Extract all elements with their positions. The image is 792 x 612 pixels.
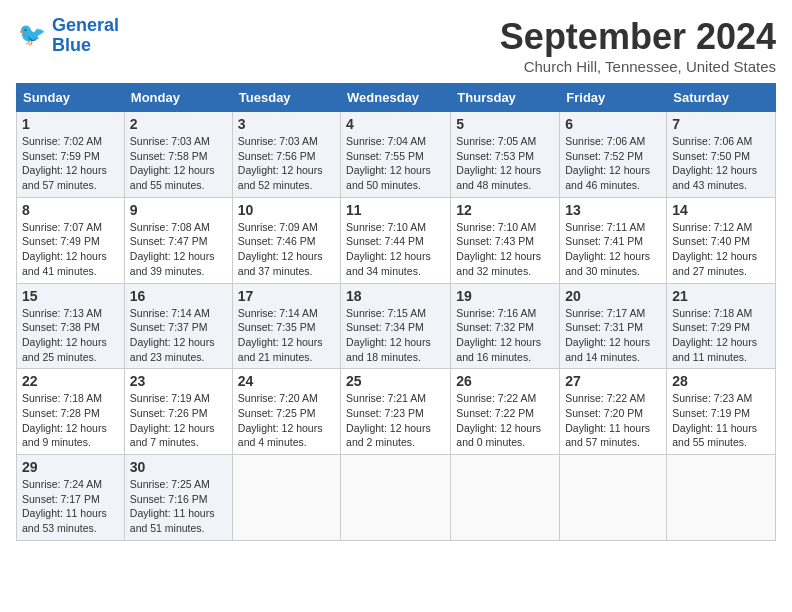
day-info: Sunrise: 7:15 AMSunset: 7:34 PMDaylight:… (346, 306, 445, 365)
day-number: 2 (130, 116, 227, 132)
day-info: Sunrise: 7:06 AMSunset: 7:50 PMDaylight:… (672, 134, 770, 193)
day-number: 3 (238, 116, 335, 132)
day-number: 4 (346, 116, 445, 132)
calendar-cell: 2Sunrise: 7:03 AMSunset: 7:58 PMDaylight… (124, 112, 232, 198)
calendar-cell: 15Sunrise: 7:13 AMSunset: 7:38 PMDayligh… (17, 283, 125, 369)
day-info: Sunrise: 7:25 AMSunset: 7:16 PMDaylight:… (130, 477, 227, 536)
calendar-cell: 1Sunrise: 7:02 AMSunset: 7:59 PMDaylight… (17, 112, 125, 198)
day-info: Sunrise: 7:06 AMSunset: 7:52 PMDaylight:… (565, 134, 661, 193)
calendar-cell (560, 455, 667, 541)
calendar-cell (451, 455, 560, 541)
day-number: 11 (346, 202, 445, 218)
day-info: Sunrise: 7:10 AMSunset: 7:44 PMDaylight:… (346, 220, 445, 279)
calendar-cell: 25Sunrise: 7:21 AMSunset: 7:23 PMDayligh… (341, 369, 451, 455)
day-info: Sunrise: 7:21 AMSunset: 7:23 PMDaylight:… (346, 391, 445, 450)
logo: 🐦 General Blue (16, 16, 119, 56)
logo-text: General Blue (52, 16, 119, 56)
calendar-cell: 18Sunrise: 7:15 AMSunset: 7:34 PMDayligh… (341, 283, 451, 369)
day-number: 28 (672, 373, 770, 389)
day-number: 10 (238, 202, 335, 218)
day-number: 21 (672, 288, 770, 304)
page-header: 🐦 General Blue September 2024 Church Hil… (16, 16, 776, 75)
day-number: 8 (22, 202, 119, 218)
calendar-cell: 17Sunrise: 7:14 AMSunset: 7:35 PMDayligh… (232, 283, 340, 369)
header-cell-sunday: Sunday (17, 84, 125, 112)
day-info: Sunrise: 7:09 AMSunset: 7:46 PMDaylight:… (238, 220, 335, 279)
calendar-cell: 22Sunrise: 7:18 AMSunset: 7:28 PMDayligh… (17, 369, 125, 455)
day-info: Sunrise: 7:12 AMSunset: 7:40 PMDaylight:… (672, 220, 770, 279)
calendar-cell: 14Sunrise: 7:12 AMSunset: 7:40 PMDayligh… (667, 197, 776, 283)
day-info: Sunrise: 7:02 AMSunset: 7:59 PMDaylight:… (22, 134, 119, 193)
calendar-cell: 28Sunrise: 7:23 AMSunset: 7:19 PMDayligh… (667, 369, 776, 455)
day-number: 14 (672, 202, 770, 218)
day-info: Sunrise: 7:05 AMSunset: 7:53 PMDaylight:… (456, 134, 554, 193)
calendar-cell: 12Sunrise: 7:10 AMSunset: 7:43 PMDayligh… (451, 197, 560, 283)
calendar-cell: 6Sunrise: 7:06 AMSunset: 7:52 PMDaylight… (560, 112, 667, 198)
calendar-cell: 16Sunrise: 7:14 AMSunset: 7:37 PMDayligh… (124, 283, 232, 369)
day-info: Sunrise: 7:04 AMSunset: 7:55 PMDaylight:… (346, 134, 445, 193)
svg-text:🐦: 🐦 (18, 21, 46, 48)
calendar-cell: 30Sunrise: 7:25 AMSunset: 7:16 PMDayligh… (124, 455, 232, 541)
week-row-5: 29Sunrise: 7:24 AMSunset: 7:17 PMDayligh… (17, 455, 776, 541)
day-info: Sunrise: 7:20 AMSunset: 7:25 PMDaylight:… (238, 391, 335, 450)
day-number: 13 (565, 202, 661, 218)
day-info: Sunrise: 7:22 AMSunset: 7:22 PMDaylight:… (456, 391, 554, 450)
day-number: 9 (130, 202, 227, 218)
week-row-3: 15Sunrise: 7:13 AMSunset: 7:38 PMDayligh… (17, 283, 776, 369)
day-number: 16 (130, 288, 227, 304)
calendar-cell: 23Sunrise: 7:19 AMSunset: 7:26 PMDayligh… (124, 369, 232, 455)
day-info: Sunrise: 7:08 AMSunset: 7:47 PMDaylight:… (130, 220, 227, 279)
day-number: 1 (22, 116, 119, 132)
calendar-cell (341, 455, 451, 541)
title-area: September 2024 Church Hill, Tennessee, U… (500, 16, 776, 75)
day-info: Sunrise: 7:17 AMSunset: 7:31 PMDaylight:… (565, 306, 661, 365)
calendar-cell: 11Sunrise: 7:10 AMSunset: 7:44 PMDayligh… (341, 197, 451, 283)
header-cell-thursday: Thursday (451, 84, 560, 112)
header-cell-monday: Monday (124, 84, 232, 112)
day-number: 30 (130, 459, 227, 475)
calendar-cell: 29Sunrise: 7:24 AMSunset: 7:17 PMDayligh… (17, 455, 125, 541)
calendar-cell: 5Sunrise: 7:05 AMSunset: 7:53 PMDaylight… (451, 112, 560, 198)
day-number: 19 (456, 288, 554, 304)
header-cell-wednesday: Wednesday (341, 84, 451, 112)
day-info: Sunrise: 7:11 AMSunset: 7:41 PMDaylight:… (565, 220, 661, 279)
header-cell-tuesday: Tuesday (232, 84, 340, 112)
week-row-2: 8Sunrise: 7:07 AMSunset: 7:49 PMDaylight… (17, 197, 776, 283)
day-info: Sunrise: 7:14 AMSunset: 7:37 PMDaylight:… (130, 306, 227, 365)
calendar-cell: 20Sunrise: 7:17 AMSunset: 7:31 PMDayligh… (560, 283, 667, 369)
day-number: 26 (456, 373, 554, 389)
day-number: 24 (238, 373, 335, 389)
day-info: Sunrise: 7:18 AMSunset: 7:29 PMDaylight:… (672, 306, 770, 365)
day-info: Sunrise: 7:13 AMSunset: 7:38 PMDaylight:… (22, 306, 119, 365)
calendar-cell: 26Sunrise: 7:22 AMSunset: 7:22 PMDayligh… (451, 369, 560, 455)
week-row-1: 1Sunrise: 7:02 AMSunset: 7:59 PMDaylight… (17, 112, 776, 198)
day-number: 7 (672, 116, 770, 132)
calendar-cell: 4Sunrise: 7:04 AMSunset: 7:55 PMDaylight… (341, 112, 451, 198)
calendar-cell: 3Sunrise: 7:03 AMSunset: 7:56 PMDaylight… (232, 112, 340, 198)
day-number: 27 (565, 373, 661, 389)
day-number: 29 (22, 459, 119, 475)
day-number: 25 (346, 373, 445, 389)
day-info: Sunrise: 7:16 AMSunset: 7:32 PMDaylight:… (456, 306, 554, 365)
calendar-cell: 19Sunrise: 7:16 AMSunset: 7:32 PMDayligh… (451, 283, 560, 369)
week-row-4: 22Sunrise: 7:18 AMSunset: 7:28 PMDayligh… (17, 369, 776, 455)
day-number: 17 (238, 288, 335, 304)
day-number: 6 (565, 116, 661, 132)
calendar-cell: 10Sunrise: 7:09 AMSunset: 7:46 PMDayligh… (232, 197, 340, 283)
day-number: 22 (22, 373, 119, 389)
day-number: 18 (346, 288, 445, 304)
day-info: Sunrise: 7:14 AMSunset: 7:35 PMDaylight:… (238, 306, 335, 365)
header-row: SundayMondayTuesdayWednesdayThursdayFrid… (17, 84, 776, 112)
calendar-cell: 13Sunrise: 7:11 AMSunset: 7:41 PMDayligh… (560, 197, 667, 283)
day-info: Sunrise: 7:19 AMSunset: 7:26 PMDaylight:… (130, 391, 227, 450)
day-number: 12 (456, 202, 554, 218)
calendar-cell (232, 455, 340, 541)
calendar-cell: 8Sunrise: 7:07 AMSunset: 7:49 PMDaylight… (17, 197, 125, 283)
day-info: Sunrise: 7:18 AMSunset: 7:28 PMDaylight:… (22, 391, 119, 450)
day-number: 23 (130, 373, 227, 389)
day-number: 5 (456, 116, 554, 132)
calendar-cell: 9Sunrise: 7:08 AMSunset: 7:47 PMDaylight… (124, 197, 232, 283)
day-info: Sunrise: 7:03 AMSunset: 7:56 PMDaylight:… (238, 134, 335, 193)
day-info: Sunrise: 7:24 AMSunset: 7:17 PMDaylight:… (22, 477, 119, 536)
calendar-cell (667, 455, 776, 541)
